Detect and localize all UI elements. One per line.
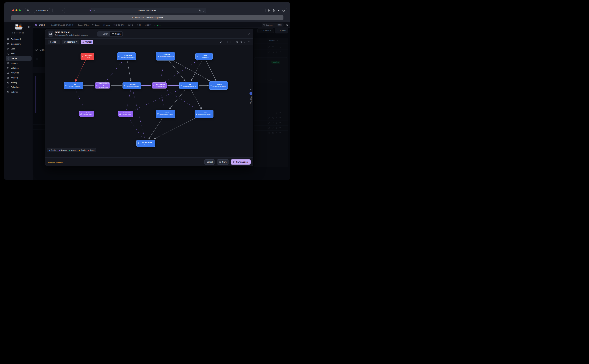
translate-icon[interactable] xyxy=(199,9,201,12)
zoom-out-icon[interactable] xyxy=(236,41,238,43)
tab-editor[interactable]: Editor xyxy=(98,32,110,36)
browser-sidebar-toggle-button[interactable] xyxy=(25,8,30,13)
graph-toolbar: Add Dependency Cancel xyxy=(45,39,253,45)
status-socket: Socket xyxy=(92,24,100,26)
graph-node-grafana[interactable]: grafanagrafana/grafana:latest xyxy=(123,82,141,89)
cube-icon xyxy=(137,142,139,144)
graph-node-api[interactable]: apighcr.io/example/api:la... xyxy=(179,82,198,89)
volumes-icon xyxy=(7,67,9,69)
sidebar-item-images[interactable]: Images xyxy=(6,61,32,65)
layout-icon[interactable] xyxy=(220,41,222,43)
forward-icon[interactable] xyxy=(61,9,63,12)
back-icon[interactable] xyxy=(54,9,56,12)
stack-editor-modal: edge-env-test Edit compose file and view… xyxy=(45,29,253,166)
modal-footer: Unsaved changes Cancel Save Save & apply xyxy=(45,157,253,166)
legend-dot xyxy=(69,150,70,151)
sidebar-item-shell[interactable]: Shell xyxy=(6,51,32,56)
plug-icon xyxy=(92,24,94,26)
save-apply-button[interactable]: Save & apply xyxy=(231,159,251,165)
cube-icon xyxy=(180,85,182,86)
fit-view-icon[interactable] xyxy=(244,41,246,43)
graph-node-db-net[interactable]: db-netnetwork: bridge xyxy=(79,111,94,117)
graph-node-observability-net[interactable]: observability-netnetwork: bridge xyxy=(95,82,110,89)
theme-icon[interactable] xyxy=(230,41,232,43)
sidebar-item-activity[interactable]: Activity xyxy=(6,80,32,85)
reload-icon[interactable] xyxy=(203,9,205,12)
profile-name: Osobisty xyxy=(39,9,46,11)
graph-node-prometheus[interactable]: prometheusprom/prometheus:latest xyxy=(117,52,136,60)
modal-subtitle: Edit compose file and view stack structu… xyxy=(55,34,88,36)
dockhand-ship-icon xyxy=(13,23,24,31)
settings-icon xyxy=(7,91,9,93)
downloads-icon[interactable] xyxy=(268,9,270,12)
new-tab-icon[interactable] xyxy=(277,9,280,12)
close-icon[interactable] xyxy=(248,32,250,35)
graph-node-my-secret[interactable]: my-secretsecret xyxy=(81,53,94,60)
graph-node-web[interactable]: webghcr.io/example/web:la... xyxy=(195,110,213,118)
app-root: DOCKHAND DashboardContainersLogsShellSta… xyxy=(4,22,290,180)
graph-node-reverse-proxy[interactable]: reverse-proxynginx:alpine xyxy=(137,140,155,147)
sidebar-item-networks[interactable]: Networks xyxy=(6,71,32,75)
sidebar-item-volumes[interactable]: Volumes xyxy=(6,66,32,70)
browser-tab[interactable]: Dockhand – Docker Management xyxy=(11,15,283,20)
graph-node-frontend-net[interactable]: frontend-netnetwork: bridge xyxy=(118,111,133,117)
chevron-down-icon[interactable] xyxy=(224,41,225,43)
sidebar-item-label: Settings xyxy=(11,91,18,93)
add-button[interactable]: Add xyxy=(48,40,60,44)
sidebar-collapse-icon[interactable] xyxy=(28,26,31,29)
layers-icon xyxy=(49,33,52,35)
tab-overview-icon[interactable] xyxy=(282,9,285,12)
cancel-mode-button[interactable]: Cancel xyxy=(81,40,93,44)
network-icon xyxy=(80,113,82,115)
graph-edge-redis-worker xyxy=(206,60,216,81)
sidebar-item-settings[interactable]: Settings xyxy=(6,90,32,94)
reset-icon[interactable] xyxy=(249,41,251,43)
tab-graph[interactable]: Graph xyxy=(110,32,123,36)
save-button[interactable]: Save xyxy=(217,159,229,165)
cancel-button[interactable]: Cancel xyxy=(204,159,215,165)
sidebar-item-containers[interactable]: Containers xyxy=(6,42,32,46)
sidebar-item-stacks[interactable]: Stacks xyxy=(6,56,32,61)
close-window-button[interactable] xyxy=(12,9,14,11)
link-icon xyxy=(64,41,65,43)
sidebar-item-registry[interactable]: Registry xyxy=(6,75,32,80)
cube-icon xyxy=(210,85,212,86)
sidebar-item-logs[interactable]: Logs xyxy=(6,46,32,51)
graph-edge-rabbitmq-worker xyxy=(174,61,210,81)
graph-node-admin[interactable]: adminghcr.io/example/admin:... xyxy=(156,110,175,118)
url-text: localhost:5173/stacks xyxy=(95,9,199,12)
search-input[interactable]: Search... ⌘ K xyxy=(262,23,283,27)
minimize-window-button[interactable] xyxy=(16,9,17,11)
variables-panel-tab[interactable]: 2 Variables xyxy=(249,89,252,104)
status-16-cores: 16 cores xyxy=(104,24,110,26)
zoom-window-button[interactable] xyxy=(19,9,21,11)
graph-node-db[interactable]: dbpostgres:16-alpine xyxy=(64,82,83,89)
graph-canvas[interactable]: my-secretsecretprometheusprom/prometheus… xyxy=(45,45,253,157)
status-0h: 0h xyxy=(137,24,141,26)
search-kbd: ⌘ K xyxy=(278,24,282,26)
content-area: Con From Git xyxy=(33,28,290,180)
graph-node-rabbitmq[interactable]: rabbitmqrabbitmq:3-management-... xyxy=(156,52,175,60)
variables-label: Variables xyxy=(250,96,252,104)
graph-node-redis[interactable]: redisredis:alpine xyxy=(195,53,213,60)
host-chevron-icon[interactable] xyxy=(46,24,48,26)
graph-edge-rabbitmq-api xyxy=(169,61,185,81)
browser-url-bar[interactable]: localhost:5173/stacks xyxy=(91,8,206,13)
graph-node-worker[interactable]: workerghcr.io/example/worker... xyxy=(209,81,228,90)
stacks-icon xyxy=(7,57,9,60)
graph-edge-web-reverse-proxy xyxy=(154,118,195,139)
brand-name: DOCKHAND xyxy=(4,32,33,34)
unsaved-changes-text: Unsaved changes xyxy=(48,161,63,163)
share-icon[interactable] xyxy=(272,9,275,12)
theme-toggle-icon[interactable] xyxy=(286,24,288,26)
reader-icon[interactable] xyxy=(92,9,95,12)
sidebar-item-dashboard[interactable]: Dashboard xyxy=(6,37,32,41)
zoom-in-icon[interactable] xyxy=(240,41,242,43)
host-name[interactable]: unraid xyxy=(39,24,45,26)
browser-profile-button[interactable]: Osobisty xyxy=(34,8,50,13)
traffic-lights xyxy=(12,9,21,11)
sidebar-item-schedules[interactable]: Schedules xyxy=(6,85,32,90)
graph-node-backend-net[interactable]: backend-netnetwork: bridge xyxy=(152,82,167,89)
dependency-button[interactable]: Dependency xyxy=(62,40,79,44)
status-0-b: 0 B xyxy=(128,24,133,26)
